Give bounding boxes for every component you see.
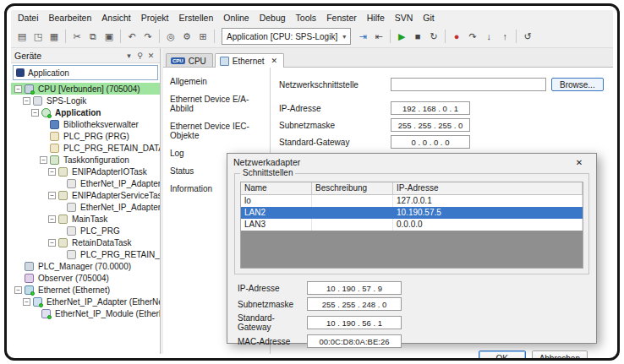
- save-icon[interactable]: ▦: [47, 29, 62, 44]
- close-panel-icon[interactable]: ✕: [145, 52, 156, 60]
- tree-item-taskkonfiguration[interactable]: −Taskkonfiguration: [11, 154, 160, 166]
- paste-icon[interactable]: ▣: [101, 29, 117, 44]
- task-icon: [58, 238, 68, 247]
- tree-item-plc-prg-retain-data-prg[interactable]: PLC_PRG_RETAIN_DATA (PRG): [11, 142, 160, 154]
- tree-item-sps-logik[interactable]: −SPS-Logik: [11, 95, 160, 106]
- menu-datei[interactable]: Datei: [13, 12, 44, 24]
- adapter-row-lan2[interactable]: LAN210.190.57.5: [241, 207, 583, 219]
- menu-debug[interactable]: Debug: [255, 12, 291, 24]
- adapter-row-lo[interactable]: lo127.0.0.1: [241, 195, 583, 207]
- adapter-row-lan3[interactable]: LAN30.0.0.0: [241, 219, 583, 231]
- breakpoint-icon[interactable]: ●: [449, 29, 464, 44]
- start-icon[interactable]: ▶: [394, 29, 409, 44]
- menu-erstellen[interactable]: Erstellen: [173, 12, 218, 24]
- step-over-icon[interactable]: ↷: [465, 29, 480, 44]
- reset-icon[interactable]: ↺: [520, 29, 535, 44]
- tree-item-ethernet-ip-adapter-ioc[interactable]: EtherNet_IP_Adapter.IOC: [11, 177, 160, 189]
- menu-fenster[interactable]: Fenster: [321, 12, 362, 24]
- tree-item-plc-prg[interactable]: PLC_PRG: [11, 225, 160, 236]
- tree-item-enipadapteriotask[interactable]: −ENIPAdapterIOTask: [11, 166, 160, 177]
- collapse-icon[interactable]: −: [40, 156, 47, 164]
- toolbar-left-group: ▤◳▦✂⧉▣↶↷◎⚙⊞: [14, 29, 217, 44]
- form-rows: IP-Adresse192 . 168 . 0 . 1Subnetzmaske2…: [279, 101, 606, 149]
- cut-icon[interactable]: ✂: [69, 29, 85, 44]
- step-into-icon[interactable]: ↓: [481, 29, 496, 44]
- subnetzmaske-value[interactable]: 255 . 255 . 248 . 0: [307, 297, 402, 311]
- tree-item-maintask[interactable]: −MainTask: [11, 213, 160, 225]
- project-settings-icon[interactable]: ⚙: [179, 29, 194, 44]
- tree-item-plc-manager-70-0000[interactable]: PLC_Manager (70.0000): [11, 260, 160, 272]
- pin-icon[interactable]: ⚲: [134, 52, 145, 60]
- ok-button[interactable]: OK: [479, 350, 526, 361]
- ip-adresse-value[interactable]: 192 . 168 . 0 . 1: [391, 101, 470, 115]
- tab-ethernet[interactable]: Ethernet✕: [215, 53, 284, 68]
- new-file-icon[interactable]: ▤: [14, 29, 30, 44]
- collapse-icon[interactable]: −: [31, 109, 39, 117]
- tree-item-label: PLC_PRG: [79, 226, 122, 236]
- column-header-name[interactable]: Name: [241, 182, 312, 194]
- collapse-icon[interactable]: −: [23, 97, 30, 105]
- menu-git[interactable]: Git: [418, 12, 439, 24]
- panel-menu-chevron-down-icon[interactable]: ▾: [123, 52, 134, 60]
- tree-item-enipadapterservicetask[interactable]: −ENIPAdapterServiceTask: [11, 189, 160, 201]
- tree-item-cpu-verbunden-705004[interactable]: −CPU [Verbunden] (705004): [11, 83, 160, 95]
- collapse-icon[interactable]: −: [14, 85, 22, 93]
- tree-item-label: Taskkonfiguration: [62, 155, 131, 165]
- network-interface-input[interactable]: [391, 78, 546, 91]
- open-project-icon[interactable]: ◳: [30, 29, 46, 44]
- tree-item-plc-prg-retain-data[interactable]: PLC_PRG_RETAIN_DATA: [11, 248, 160, 260]
- collapse-icon[interactable]: −: [48, 168, 56, 176]
- collapse-icon[interactable]: −: [14, 286, 22, 294]
- column-header-beschreibung[interactable]: Beschreibung: [312, 182, 393, 194]
- login-icon[interactable]: ⇥: [355, 29, 370, 44]
- redo-icon[interactable]: ↷: [140, 29, 156, 44]
- subnav-ethernet-device-iec-objekte[interactable]: Ethernet Device IEC-Objekte: [163, 117, 270, 144]
- tab-cpu[interactable]: CPUCPU: [166, 53, 213, 68]
- standard-gateway-value[interactable]: 10 . 190 . 56 . 1: [307, 316, 402, 329]
- tree-item-observer-705004[interactable]: Observer (705004): [11, 272, 160, 284]
- ip-adresse-value[interactable]: 10 . 190 . 57 . 9: [307, 281, 402, 295]
- app-selector[interactable]: Application [CPU: SPS-Logik] ▾: [222, 28, 351, 45]
- menu-ansicht[interactable]: Ansicht: [96, 12, 135, 24]
- devices-root-item[interactable]: Application: [13, 65, 158, 80]
- logout-icon[interactable]: ⇤: [371, 29, 386, 44]
- menu-svn[interactable]: SVN: [390, 12, 419, 24]
- collapse-icon[interactable]: −: [48, 215, 56, 223]
- single-cycle-icon[interactable]: ↻: [426, 29, 441, 44]
- menu-online[interactable]: Online: [218, 12, 254, 24]
- cancel-button[interactable]: Abbrechen: [532, 350, 588, 361]
- standard-gateway-value[interactable]: 0 . 0 . 0 . 0: [391, 135, 470, 149]
- tree-item-ethernet-ip-module-ethernet-ip[interactable]: EtherNet_IP_Module (EtherNet/IP: [11, 307, 160, 319]
- menu-bearbeiten[interactable]: Bearbeiten: [44, 12, 97, 24]
- tree-item-bibliotheksverwalter[interactable]: Bibliotheksverwalter: [11, 118, 160, 130]
- tree-item-ethernet-ip-adapter-ethernet-ip-ad[interactable]: −EtherNet_IP_Adapter (EtherNet/IP Ad: [11, 296, 160, 307]
- tree-item-ethernet-ethernet[interactable]: −Ethernet (Ethernet): [11, 284, 160, 296]
- menu-projekt[interactable]: Projekt: [136, 12, 174, 24]
- tab-label: Ethernet: [233, 57, 265, 66]
- standard-gateway-label: Standard-Gateway: [279, 138, 391, 147]
- stop-icon[interactable]: ■: [410, 29, 425, 44]
- find-icon[interactable]: ◎: [163, 29, 178, 44]
- subnav-ethernet-device-e-a-abbild[interactable]: Ethernet Device E/A-Abbild: [163, 90, 270, 117]
- tree-item-ethernet-ip-adapter-ser[interactable]: EtherNet_IP_Adapter.Ser: [11, 201, 160, 213]
- subnav-allgemein[interactable]: Allgemein: [163, 73, 270, 90]
- step-out-icon[interactable]: ↑: [497, 29, 512, 44]
- build-icon[interactable]: ⊞: [195, 29, 211, 44]
- tree-item-retaindatatask[interactable]: −RetainDataTask: [11, 236, 160, 248]
- undo-icon[interactable]: ↶: [124, 29, 140, 44]
- dialog-close-icon[interactable]: ✕: [568, 158, 590, 167]
- browse-button[interactable]: Browse...: [551, 78, 604, 91]
- collapse-icon[interactable]: −: [23, 298, 30, 306]
- menu-tools[interactable]: Tools: [291, 12, 322, 24]
- tree-item-application[interactable]: −Application: [11, 106, 160, 118]
- close-tab-icon[interactable]: ✕: [271, 57, 278, 65]
- copy-icon[interactable]: ⧉: [85, 29, 101, 44]
- collapse-icon[interactable]: −: [48, 192, 56, 199]
- tree-item-plc-prg-prg[interactable]: PLC_PRG (PRG): [11, 130, 160, 142]
- subnetzmaske-value[interactable]: 255 . 255 . 255 . 0: [391, 118, 470, 132]
- column-header-ip-adresse[interactable]: IP-Adresse: [393, 182, 583, 194]
- menu-hilfe[interactable]: Hilfe: [362, 12, 390, 24]
- tree-item-label: PLC_PRG_RETAIN_DATA (PRG): [62, 144, 160, 153]
- mac-adresse-value[interactable]: 00:0C:D8:0A:BE:26: [307, 334, 402, 348]
- collapse-icon[interactable]: −: [48, 239, 56, 247]
